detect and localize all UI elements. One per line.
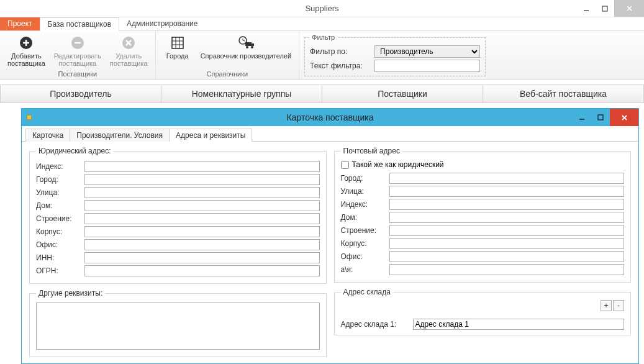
minus-circle-icon [70, 35, 86, 51]
legal-office-input[interactable] [84, 239, 320, 250]
postal-street-input[interactable] [389, 186, 625, 197]
ribbon-tab-admin[interactable]: Администрирование [119, 17, 205, 30]
add-supplier-label: Добавить поставщика [7, 52, 45, 67]
legal-city-label: Город: [36, 175, 81, 184]
warehouse-address-group: Адрес склада + - Адрес склада 1: [334, 288, 632, 335]
warehouse-row-label: Адрес склада 1: [341, 320, 408, 329]
legal-index-label: Индекс: [36, 162, 81, 171]
card-tab-manufacturers[interactable]: Производители. Условия [70, 129, 170, 142]
same-as-legal-label: Такой же как юридический [352, 160, 444, 169]
warehouse-remove-button[interactable]: - [613, 300, 624, 311]
other-requisites-textarea[interactable] [36, 303, 320, 350]
warehouse-legend: Адрес склада [341, 288, 393, 296]
window-title: Suppliers [305, 4, 338, 13]
legal-house-input[interactable] [84, 200, 320, 211]
cities-label: Города [166, 52, 189, 60]
modal-title: Карточка поставщика [287, 112, 374, 122]
warehouse-row-input[interactable] [413, 319, 625, 330]
legal-address-legend: Юридический адрес: [36, 147, 113, 155]
close-icon [626, 5, 633, 12]
right-column: Почтовый адрес Такой же как юридический … [334, 147, 632, 362]
legal-ogrn-label: ОГРН: [36, 266, 81, 275]
delete-supplier-button[interactable]: Удалить поставщика [106, 34, 152, 69]
ribbon-tab-project[interactable]: Проект [0, 17, 40, 30]
ribbon: Добавить поставщика Редактировать постав… [0, 31, 644, 80]
postal-street-label: Улица: [341, 187, 386, 196]
page-tab-website[interactable]: Веб-сайт поставщика [483, 84, 644, 102]
modal-maximize-button[interactable] [591, 109, 610, 126]
warehouse-buttons: + - [341, 300, 625, 311]
card-tab-addresses[interactable]: Адреса и реквизиты [169, 129, 252, 142]
left-column: Юридический адрес: Индекс: Город: Улица:… [29, 147, 327, 362]
postal-pobox-label: а\я: [341, 265, 386, 274]
legal-address-group: Юридический адрес: Индекс: Город: Улица:… [29, 147, 327, 284]
maximize-button[interactable] [596, 0, 614, 17]
postal-index-input[interactable] [389, 199, 625, 210]
close-button[interactable] [614, 0, 644, 17]
truck-clock-icon [238, 35, 254, 51]
legal-street-input[interactable] [84, 187, 320, 198]
postal-pobox-input[interactable] [389, 264, 625, 275]
postal-office-input[interactable] [389, 251, 625, 262]
postal-building-input[interactable] [389, 225, 625, 236]
legal-ogrn-input[interactable] [84, 265, 320, 276]
modal-titlebar: Карточка поставщика [22, 109, 638, 126]
legal-house-label: Дом: [36, 201, 81, 210]
legal-korpus-input[interactable] [84, 226, 320, 237]
supplier-card-window: Карточка поставщика Карточка Производите… [21, 108, 639, 364]
page-tab-manufacturer[interactable]: Производитель [0, 84, 161, 102]
filter-text-label: Текст фильтра: [310, 61, 371, 70]
page-tab-nomenclature[interactable]: Номенклатурные группы [161, 84, 322, 102]
legal-building-input[interactable] [84, 213, 320, 224]
add-supplier-button[interactable]: Добавить поставщика [4, 34, 49, 69]
legal-index-input[interactable] [84, 161, 320, 172]
cities-button[interactable]: Города [160, 34, 196, 69]
modal-minimize-button[interactable] [573, 109, 591, 126]
legal-korpus-label: Корпус: [36, 227, 81, 236]
filter-by-label: Фильтр по: [310, 47, 371, 56]
warehouse-add-button[interactable]: + [601, 300, 612, 311]
maximize-icon [602, 6, 608, 12]
manufacturers-ref-button[interactable]: Справочник производителей [197, 34, 295, 69]
postal-index-label: Индекс: [341, 200, 386, 209]
legal-inn-label: ИНН: [36, 253, 81, 262]
legal-office-label: Офис: [36, 240, 81, 249]
postal-korpus-input[interactable] [389, 238, 625, 249]
ribbon-group-refs: Города Справочник производителей Справоч… [156, 31, 299, 79]
postal-address-legend: Почтовый адрес [341, 147, 402, 155]
legal-building-label: Строение: [36, 214, 81, 223]
legal-inn-input[interactable] [84, 252, 320, 263]
svg-line-19 [243, 40, 245, 41]
edit-supplier-button[interactable]: Редактировать поставщика [50, 34, 105, 69]
filter-text-input[interactable] [374, 60, 480, 72]
same-as-legal-checkbox[interactable] [341, 161, 349, 169]
postal-office-label: Офис: [341, 252, 386, 261]
legal-city-input[interactable] [84, 174, 320, 185]
postal-city-input[interactable] [389, 173, 625, 184]
title-bar: Suppliers [0, 0, 644, 17]
ribbon-tab-suppliers-db[interactable]: База поставщиков [40, 17, 120, 31]
svg-point-23 [251, 46, 253, 48]
card-tab-card[interactable]: Карточка [25, 129, 70, 142]
postal-korpus-label: Корпус: [341, 239, 386, 248]
page-tab-suppliers[interactable]: Поставщики [322, 84, 483, 102]
page-tab-strip: Производитель Номенклатурные группы Пост… [0, 84, 644, 103]
filter-by-select[interactable]: Производитель [374, 45, 480, 58]
postal-building-label: Строение: [341, 226, 386, 235]
ribbon-group-refs-label: Справочники [207, 70, 248, 78]
grid-icon [170, 35, 186, 51]
window-controls [577, 0, 644, 17]
ribbon-group-suppliers-label: Поставщики [58, 70, 98, 78]
card-body: Юридический адрес: Индекс: Город: Улица:… [22, 142, 638, 364]
svg-rect-21 [252, 43, 254, 46]
postal-house-label: Дом: [341, 213, 386, 222]
close-icon [621, 114, 628, 121]
minimize-icon [579, 114, 585, 121]
postal-house-input[interactable] [389, 212, 625, 223]
plus-circle-icon [18, 35, 34, 51]
minimize-button[interactable] [577, 0, 596, 17]
modal-close-button[interactable] [610, 109, 638, 126]
edit-supplier-label: Редактировать поставщика [54, 52, 101, 67]
postal-city-label: Город: [341, 174, 386, 183]
modal-icon [27, 115, 32, 120]
